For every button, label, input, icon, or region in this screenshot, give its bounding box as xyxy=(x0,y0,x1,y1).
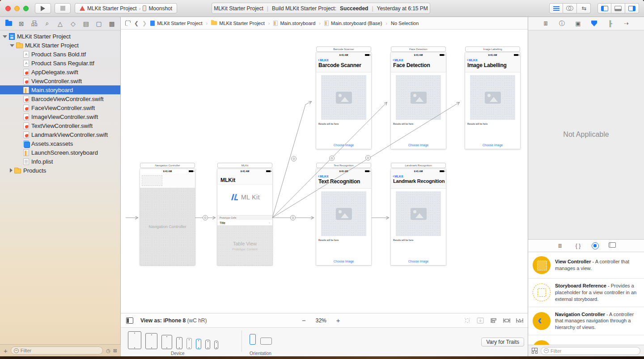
file-inspector-tab[interactable]: 🗏︎ xyxy=(541,19,551,28)
connections-inspector-tab[interactable]: ⇢ xyxy=(622,19,631,28)
tree-row-group[interactable]: MLKit Starter Project xyxy=(0,41,120,50)
image-labelling-view[interactable]: 9:41 AM ‹MLKit Image Labelling Results w… xyxy=(465,53,520,149)
report-navigator-tab[interactable]: ▩ xyxy=(106,19,118,29)
minimize-window-button[interactable] xyxy=(14,6,20,11)
scene-landmark-recognition[interactable]: Landmark Recognition 9:41 AM ‹MLKit Land… xyxy=(391,169,446,265)
image-placeholder[interactable] xyxy=(396,75,441,120)
choose-image-button[interactable]: Choose Image xyxy=(391,144,446,147)
library-item-navigation-controller[interactable]: Navigation Controller - A controller tha… xyxy=(528,307,644,336)
test-navigator-tab[interactable]: ◇ xyxy=(67,19,79,29)
stop-button[interactable] xyxy=(55,3,71,13)
scene-title-bar[interactable]: Image Labelling xyxy=(465,46,520,52)
run-button[interactable] xyxy=(35,3,51,13)
view-title-label[interactable]: Face Detection xyxy=(393,62,430,68)
face-detection-view[interactable]: 9:41 AM ‹MLKit Face Detection Results wi… xyxy=(391,53,446,149)
tree-row-products[interactable]: Products xyxy=(0,166,120,175)
scheme-selector[interactable]: MLKit Starter Project › Moonshot xyxy=(75,3,177,13)
large-title-label[interactable]: MLKit xyxy=(220,177,235,183)
zoom-out-button[interactable]: − xyxy=(302,317,306,324)
library-item-storyboard-reference[interactable]: Storyboard Reference - Provides a placeh… xyxy=(528,279,644,307)
scheme-device-label[interactable]: Moonshot xyxy=(148,5,172,12)
scene-title-bar[interactable]: Text Recognition xyxy=(316,163,371,168)
tree-row-file[interactable]: FaceViewController.swift xyxy=(0,103,120,112)
back-button[interactable]: ‹MLKit xyxy=(393,58,403,62)
navigation-controller-view[interactable]: 9:41 AM Navigation Controller xyxy=(140,169,195,265)
library-item-partial[interactable] xyxy=(533,340,551,345)
text-recognition-view[interactable]: 9:41 AM ‹MLKit Text Recognition Results … xyxy=(316,169,371,265)
forward-button[interactable]: ❯ xyxy=(142,20,147,26)
choose-image-button[interactable]: Choose Image xyxy=(391,260,446,263)
related-items-icon[interactable] xyxy=(125,21,131,26)
resolve-autolayout-button[interactable] xyxy=(516,317,523,324)
back-button[interactable]: ‹MLKit xyxy=(393,174,403,178)
standard-editor-button[interactable] xyxy=(549,3,563,13)
view-title-label[interactable]: Image Labelling xyxy=(467,62,507,68)
project-navigator-tab[interactable] xyxy=(3,19,14,29)
source-control-navigator-tab[interactable]: ⊠ xyxy=(16,19,27,29)
identity-inspector-tab[interactable]: ▣ xyxy=(573,19,583,28)
results-label[interactable]: Results will be here xyxy=(318,122,339,125)
breadcrumb-selection[interactable]: No Selection xyxy=(391,21,419,26)
toggle-navigator-button[interactable] xyxy=(597,3,611,13)
find-navigator-tab[interactable]: ⌕ xyxy=(42,19,53,29)
breadcrumb-project[interactable]: MLKit Starter Project xyxy=(150,21,202,26)
tree-row-file[interactable]: BarcodeViewController.swift xyxy=(0,94,120,103)
view-title-label[interactable]: Text Recognition xyxy=(318,178,360,185)
zoom-window-button[interactable] xyxy=(23,6,29,11)
device-ipad-pro-10-icon[interactable] xyxy=(145,333,157,349)
tree-row-file[interactable]: ViewController.swift xyxy=(0,76,120,85)
tree-row-project[interactable]: MLKit Starter Project xyxy=(0,32,120,41)
landmark-recognition-view[interactable]: 9:41 AM ‹MLKit Landmark Recognition Resu… xyxy=(391,169,446,265)
mlkit-view[interactable]: 9:41 AM MLKit ML Kit Prototype Cells xyxy=(217,169,272,265)
scene-title-bar[interactable]: MLKit xyxy=(217,163,272,168)
mlkit-logo[interactable]: ML Kit xyxy=(217,194,272,201)
table-view-area[interactable]: Table View Prototype Content xyxy=(217,226,272,265)
scene-title-bar[interactable]: Face Detection xyxy=(391,46,446,52)
tree-row-file[interactable]: Product Sans Regular.ttf xyxy=(0,59,120,68)
add-button[interactable]: + xyxy=(4,347,8,355)
tree-row-file[interactable]: TextViewController.swift xyxy=(0,121,120,130)
device-iphone-se-icon[interactable] xyxy=(214,341,218,349)
tree-row-file[interactable]: AppDelegate.swift xyxy=(0,68,120,76)
image-placeholder[interactable] xyxy=(321,191,366,236)
back-button[interactable]: ‹MLKit xyxy=(318,58,328,62)
scene-face-detection[interactable]: Face Detection 9:41 AM ‹MLKit Face Detec… xyxy=(391,53,446,149)
library-filter-field[interactable]: Filter xyxy=(541,347,640,355)
back-button[interactable]: ‹MLKit xyxy=(318,174,328,178)
choose-image-button[interactable]: Choose Image xyxy=(465,144,520,147)
breadcrumb-folder[interactable]: MLKit Starter Project xyxy=(211,21,264,26)
tree-row-file[interactable]: Assets.xcassets xyxy=(0,139,120,148)
file-template-library-tab[interactable]: 🗏︎ xyxy=(556,243,565,249)
results-label[interactable]: Results will be here xyxy=(318,239,339,241)
view-as-label[interactable]: View as: iPhone 8 (wC hR) xyxy=(140,317,207,324)
scene-title-bar[interactable]: Barcode Scanner xyxy=(316,46,371,52)
breakpoint-navigator-tab[interactable]: ▢ xyxy=(93,19,105,29)
close-window-button[interactable] xyxy=(5,6,11,11)
align-button[interactable] xyxy=(490,317,497,324)
scene-title-bar[interactable]: Landmark Recognition xyxy=(391,163,446,168)
scene-navigation-controller[interactable]: Navigation Controller 9:41 AM Navigation… xyxy=(140,169,195,265)
choose-image-button[interactable]: Choose Image xyxy=(316,144,371,147)
unsaved-files-icon[interactable]: ⊠ xyxy=(113,348,117,354)
embed-in-stack-button[interactable] xyxy=(477,317,484,324)
image-placeholder[interactable] xyxy=(321,75,366,120)
tree-row-file[interactable]: LaunchScreen.storyboard xyxy=(0,148,120,157)
attributes-inspector-tab[interactable] xyxy=(589,19,599,28)
update-frames-button[interactable] xyxy=(464,317,471,324)
orientation-landscape-icon[interactable] xyxy=(260,338,272,345)
size-inspector-tab[interactable]: ╟ xyxy=(606,19,615,28)
tree-row-file[interactable]: LandmarkViewController.swift xyxy=(0,130,120,139)
debug-navigator-tab[interactable]: ▤ xyxy=(80,19,92,29)
device-iphone-plus-icon[interactable] xyxy=(176,337,182,349)
toggle-inspector-button[interactable] xyxy=(625,3,639,13)
version-editor-button[interactable]: ⇆ xyxy=(577,3,591,13)
choose-image-button[interactable]: Choose Image xyxy=(316,260,371,263)
results-label[interactable]: Results will be here xyxy=(393,122,413,125)
scene-mlkit[interactable]: MLKit 9:41 AM MLKit ML Kit xyxy=(217,169,272,265)
disclosure-triangle-icon[interactable] xyxy=(10,44,14,47)
breadcrumb-storyboard-base[interactable]: Main.storyboard (Base) xyxy=(324,21,382,26)
object-library-tab[interactable] xyxy=(592,242,599,249)
navigator-filter-field[interactable]: Filter xyxy=(11,346,103,355)
quick-help-inspector-tab[interactable]: ⓘ xyxy=(557,19,567,28)
assistant-editor-button[interactable] xyxy=(563,3,577,13)
